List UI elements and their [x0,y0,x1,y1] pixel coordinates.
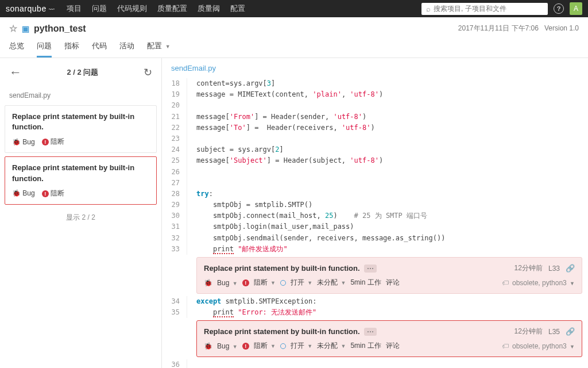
issue-status[interactable]: 打开 ▼ [291,341,312,351]
status-icon [280,280,286,286]
nav-item[interactable]: 质量阈 [198,3,220,14]
tag-icon: 🏷 [502,342,509,350]
back-arrow-icon[interactable]: ← [9,65,22,80]
line-code: except smtplib.SMTPException: [187,296,317,307]
code-line: 25message['Subject'] = Header(subject, '… [162,155,588,166]
project-tab[interactable]: 问题 [37,41,52,57]
project-tab[interactable]: 配置 ▼ [147,41,171,57]
issue-type[interactable]: Bug ▼ [217,342,238,350]
status-icon [280,343,286,349]
line-code [187,133,196,144]
issue-card[interactable]: Replace print statement by built-in func… [5,156,157,204]
nav-item[interactable]: 代码规则 [117,3,147,14]
issue-card[interactable]: Replace print statement by built-in func… [5,105,157,153]
bug-icon: 🐞 [12,138,21,146]
project-tab[interactable]: 总览 [9,41,24,57]
code-line: 21message['From'] = Header(sender, 'utf-… [162,112,588,122]
project-tab[interactable]: 代码 [92,41,107,57]
search-input[interactable] [434,5,543,13]
line-number: 21 [162,112,187,122]
code-line: 19message = MIMEText(content, 'plain', '… [162,89,588,100]
issue-card-title: Replace print statement by built-in func… [12,163,149,183]
link-icon[interactable]: 🔗 [566,327,575,336]
link-icon[interactable]: 🔗 [566,264,575,273]
issue-message: Replace print statement by built-in func… [204,327,360,336]
code-line: 31 smtpObj.login(mail_user,mail_pass) [162,221,588,232]
issue-block-selected[interactable]: Replace print statement by built-in func… [196,320,582,357]
line-number: 32 [162,233,187,244]
code-line: 27 [162,178,588,189]
bug-icon: 🐞 [204,279,212,287]
issue-message: Replace print statement by built-in func… [204,264,360,273]
line-code [187,178,196,189]
code-line: 36 [162,359,588,368]
nav-item[interactable]: 质量配置 [157,3,187,14]
issue-comments[interactable]: 评论 [386,341,400,351]
issue-type[interactable]: Bug ▼ [217,279,238,287]
issue-assignee[interactable]: 未分配 ▼ [317,341,346,351]
line-code: message['Subject'] = Header(subject, 'ut… [187,155,383,166]
line-code: smtpObj.login(mail_user,mail_pass) [187,221,354,232]
logo[interactable]: sonarqube 〰 [6,4,55,13]
line-number: 31 [162,221,187,232]
line-number: 19 [162,89,187,100]
code-line: 24subject = sys.argv[2] [162,144,588,155]
folder-icon: ▣ [22,24,29,33]
search-box[interactable]: ⌕ [421,3,548,15]
code-line: 28try: [162,189,588,200]
main-file-path[interactable]: sendEmail.py [162,58,588,78]
more-icon[interactable]: ⋯ [364,328,377,336]
code-line: 34except smtplib.SMTPException: [162,296,588,307]
issue-effort: 5min 工作 [350,278,381,288]
issue-block[interactable]: Replace print statement by built-in func… [196,257,582,294]
issue-comments[interactable]: 评论 [386,278,400,288]
sidebar-footer: 显示 2 / 2 [5,213,157,223]
issue-severity[interactable]: 阻断 ▼ [254,278,276,288]
line-number: 29 [162,200,187,210]
issue-age: 12分钟前 [514,327,543,336]
line-number: 28 [162,189,187,200]
bug-icon: 🐞 [204,342,212,350]
issue-status[interactable]: 打开 ▼ [291,278,312,288]
project-tabs: 总览问题指标代码活动配置 ▼ [9,41,579,57]
project-tab[interactable]: 活动 [119,41,134,57]
nav-item[interactable]: 问题 [92,3,107,14]
project-title: ☆ ▣ python_test [9,23,86,34]
line-code: print "Error: 无法发送邮件" [187,307,316,318]
reload-icon[interactable]: ↻ [144,66,152,79]
line-code: smtpObj.sendmail(sender, receivers, mess… [187,233,445,244]
issue-severity[interactable]: 阻断 ▼ [254,341,276,351]
line-number: 34 [162,296,187,307]
severity-icon: ! [242,279,249,286]
line-number: 18 [162,78,187,89]
star-icon[interactable]: ☆ [9,23,17,34]
line-code: smtpObj.connect(mail_host, 25) # 25 为 SM… [187,210,427,221]
more-icon[interactable]: ⋯ [364,264,377,273]
code-line: 22message['To'] = Header(receivers, 'utf… [162,122,588,133]
tag-icon: 🏷 [502,279,509,287]
line-code [187,167,196,178]
code-line: 26 [162,167,588,178]
issue-tags[interactable]: obsolete, python3 ▼ [512,279,575,287]
line-number: 35 [162,307,187,318]
issue-tags[interactable]: obsolete, python3 ▼ [512,342,575,350]
nav-item[interactable]: 项目 [67,3,82,14]
nav-item[interactable]: 配置 [230,3,245,14]
sidebar: ← 2 / 2 问题 ↻ sendEmail.py Replace print … [0,58,162,368]
project-name: python_test [34,24,86,34]
line-number: 33 [162,244,187,255]
line-number: 25 [162,155,187,166]
line-code: content=sys.argv[3] [187,78,275,89]
avatar[interactable]: A [570,2,582,15]
topbar: sonarqube 〰 项目问题代码规则质量配置质量阈配置 ⌕ ? A [0,0,588,17]
code-line: 20 [162,100,588,111]
line-code: message = MIMEText(content, 'plain', 'ut… [187,89,383,100]
issue-assignee[interactable]: 未分配 ▼ [317,278,346,288]
issue-line: L35 [548,328,560,336]
file-label: sendEmail.py [5,89,157,102]
project-tab[interactable]: 指标 [64,41,79,57]
project-meta: 2017年11月11日 下午7:06 Version 1.0 [458,24,579,33]
code-line: 33 print "邮件发送成功" [162,244,588,255]
line-code [187,100,196,111]
help-icon[interactable]: ? [554,3,564,14]
